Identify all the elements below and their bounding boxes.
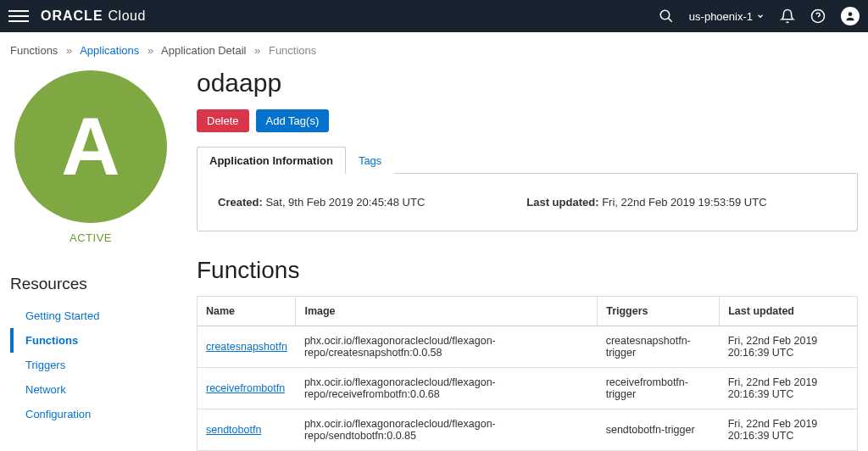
user-avatar-icon[interactable] (841, 7, 860, 25)
search-icon[interactable] (659, 8, 674, 24)
sidebar-item-getting-started[interactable]: Getting Started (10, 303, 171, 328)
table-row: receivefrombotfnphx.ocir.io/flexagonorac… (198, 368, 858, 409)
updated-field: Last updated: Fri, 22nd Feb 2019 19:53:5… (526, 196, 766, 209)
bell-icon[interactable] (780, 8, 795, 24)
sidebar-item-configuration[interactable]: Configuration (10, 402, 171, 426)
menu-icon[interactable] (8, 6, 29, 26)
action-buttons: Delete Add Tag(s) (197, 109, 858, 132)
created-label: Created: (218, 196, 263, 209)
function-link[interactable]: sendtobotfn (206, 424, 261, 436)
function-link[interactable]: createsnapshotfn (206, 341, 287, 353)
updated-label: Last updated: (526, 196, 598, 209)
cell-image: phx.ocir.io/flexagonoraclecloud/flexagon… (296, 409, 598, 451)
breadcrumb: Functions » Applications » Application D… (0, 32, 868, 67)
cell-triggers: sendtobotfn-trigger (598, 409, 720, 451)
cell-last-updated: Fri, 22nd Feb 2019 20:16:39 UTC (720, 409, 858, 451)
status-badge: ACTIVE (70, 231, 112, 244)
chevron-down-icon (756, 12, 765, 20)
cell-name: receivefrombotfn (198, 368, 296, 409)
cell-name: sendtobotfn (198, 409, 296, 451)
table-row: sendtobotfnphx.ocir.io/flexagonoracleclo… (198, 409, 858, 451)
svg-point-4 (849, 12, 853, 16)
tab-tags[interactable]: Tags (346, 147, 394, 174)
cell-triggers: receivefrombotfn-trigger (598, 368, 720, 409)
topbar: ORACLE Cloud us-phoenix-1 (0, 0, 868, 32)
delete-button[interactable]: Delete (197, 109, 249, 132)
updated-value: Fri, 22nd Feb 2019 19:53:59 UTC (602, 196, 766, 209)
cell-image: phx.ocir.io/flexagonoraclecloud/flexagon… (296, 368, 598, 409)
sidebar-item-triggers[interactable]: Triggers (10, 353, 171, 377)
functions-table: Name Image Triggers Last updated creates… (197, 296, 858, 451)
svg-point-0 (660, 10, 670, 19)
main-column: odaapp Delete Add Tag(s) Application Inf… (197, 67, 858, 451)
breadcrumb-link[interactable]: Applications (80, 44, 139, 57)
created-value: Sat, 9th Feb 2019 20:45:48 UTC (265, 196, 425, 209)
col-name[interactable]: Name (198, 297, 296, 326)
left-column: A ACTIVE Resources Getting Started Funct… (10, 67, 171, 451)
created-field: Created: Sat, 9th Feb 2019 20:45:48 UTC (218, 196, 425, 209)
col-triggers[interactable]: Triggers (598, 297, 720, 326)
cell-image: phx.ocir.io/flexagonoraclecloud/flexagon… (296, 326, 598, 368)
region-selector[interactable]: us-phoenix-1 (689, 10, 765, 23)
brand-strong: ORACLE (41, 8, 103, 24)
table-row: createsnapshotfnphx.ocir.io/flexagonorac… (198, 326, 858, 368)
breadcrumb-item: Functions (10, 44, 58, 57)
tab-application-information[interactable]: Application Information (197, 147, 346, 174)
breadcrumb-current: Functions (269, 44, 316, 57)
avatar-letter: A (61, 100, 120, 193)
tabs: Application Information Tags (197, 146, 858, 174)
brand-logo[interactable]: ORACLE Cloud (41, 8, 146, 24)
cell-triggers: createsnapshotfn-trigger (598, 326, 720, 368)
brand-light: Cloud (108, 8, 146, 24)
svg-line-1 (668, 18, 672, 22)
help-icon[interactable] (810, 8, 826, 24)
cell-last-updated: Fri, 22nd Feb 2019 20:16:39 UTC (720, 326, 858, 368)
sidebar-item-functions[interactable]: Functions (10, 328, 171, 353)
cell-name: createsnapshotfn (198, 326, 296, 368)
resources-list: Getting Started Functions Triggers Netwo… (10, 303, 171, 426)
region-label: us-phoenix-1 (689, 10, 753, 23)
table-header-row: Name Image Triggers Last updated (198, 297, 858, 326)
page-title: odaapp (197, 69, 858, 97)
info-panel: Created: Sat, 9th Feb 2019 20:45:48 UTC … (197, 174, 858, 231)
topbar-actions: us-phoenix-1 (659, 7, 860, 25)
app-avatar: A (14, 70, 167, 223)
function-link[interactable]: receivefrombotfn (206, 382, 285, 394)
col-image[interactable]: Image (296, 297, 598, 326)
functions-heading: Functions (197, 257, 858, 284)
col-last-updated[interactable]: Last updated (720, 297, 858, 326)
breadcrumb-item: Application Detail (161, 44, 246, 57)
resources-heading: Resources (10, 275, 87, 293)
add-tags-button[interactable]: Add Tag(s) (256, 109, 330, 132)
sidebar-item-network[interactable]: Network (10, 377, 171, 402)
cell-last-updated: Fri, 22nd Feb 2019 20:16:39 UTC (720, 368, 858, 409)
